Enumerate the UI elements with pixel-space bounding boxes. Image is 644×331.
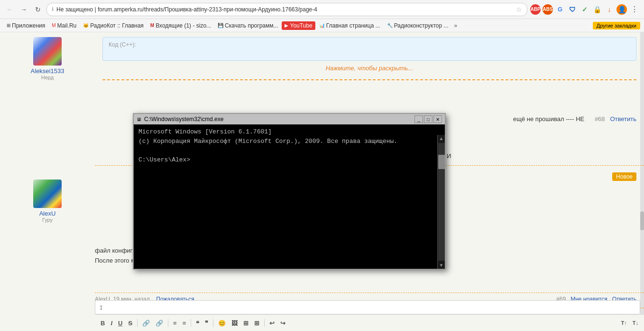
- cmd-icon: 🖥: [137, 117, 141, 122]
- toolbar-divider-4: [213, 319, 213, 327]
- browser-menu-button[interactable]: ⋮: [629, 4, 640, 15]
- bookmark-star-icon[interactable]: ☆: [516, 6, 522, 13]
- download-icon[interactable]: ↓: [604, 4, 615, 15]
- list1-button[interactable]: ≡: [171, 319, 179, 328]
- novo-badge: Новое: [612, 172, 636, 181]
- forum-page: Aleksei1533 Нерд AlexU Гуру Код (С++): Н…: [0, 32, 644, 331]
- other-bookmarks-button[interactable]: Другие закладки: [593, 22, 640, 29]
- toolbar-divider-2: [168, 319, 168, 327]
- toolbar-divider-5: [264, 319, 265, 327]
- emoji-button[interactable]: 😊: [216, 319, 228, 328]
- undo-button[interactable]: ↩: [267, 319, 276, 328]
- italic-button[interactable]: I: [109, 319, 114, 328]
- bookmarks-more-button[interactable]: »: [454, 22, 458, 29]
- code-block[interactable]: Код (С++):: [102, 37, 636, 61]
- reload-button[interactable]: ↻: [32, 4, 44, 15]
- page-content: Aleksei1533 Нерд AlexU Гуру Код (С++): Н…: [0, 32, 644, 331]
- kaspersky-icon[interactable]: 🛡: [567, 4, 578, 15]
- quote2-button[interactable]: ❞: [203, 319, 210, 328]
- toolbar-divider-3: [191, 319, 191, 327]
- user-icon[interactable]: 👤: [616, 4, 627, 15]
- gmail-icon: M: [150, 23, 154, 28]
- cmd-close-button[interactable]: ✕: [433, 115, 442, 123]
- cmd-line2: (c) Корпорация Майкрософт (Microsoft Cor…: [138, 137, 440, 146]
- mail-icon: M: [52, 23, 55, 28]
- reply-input-area[interactable]: ↕: [95, 300, 640, 314]
- cmd-line3: [138, 146, 440, 155]
- quote1-button[interactable]: ❝: [194, 319, 201, 328]
- main-content: Код (С++): Нажмите, чтобы раскрыть...: [95, 32, 644, 90]
- user1-avatar: [33, 37, 62, 66]
- cmd-titlebar[interactable]: 🖥 C:\Windows\system32\cmd.exe _ □ ✕: [134, 114, 445, 124]
- youtube-icon: ▶: [285, 23, 288, 28]
- dotted-separator-1: [102, 79, 636, 80]
- bold-button[interactable]: B: [99, 319, 107, 328]
- radiokot-icon: 🐱: [83, 23, 89, 28]
- nav-bar: ← → ↻ ℹ Не защищено | forum.amperka.ru/t…: [0, 0, 644, 19]
- adblock-plus-icon[interactable]: ABP: [530, 4, 541, 15]
- cmd-body: Microsoft Windows [Version 6.1.7601] (c)…: [134, 124, 445, 258]
- image-button[interactable]: 🖼: [230, 319, 239, 328]
- bookmark-youtube[interactable]: ▶ YouTube: [282, 21, 315, 30]
- address-text: Не защищено | forum.amperka.ru/threads/П…: [56, 6, 513, 13]
- cmd-maximize-button[interactable]: □: [424, 115, 432, 123]
- browser-chrome: ← → ↻ ℹ Не защищено | forum.amperka.ru/t…: [0, 0, 644, 32]
- check-icon[interactable]: ✓: [580, 4, 590, 15]
- back-button[interactable]: ←: [4, 4, 15, 15]
- user1-role: Нерд: [5, 75, 90, 80]
- cmd-scroll-down-arrow[interactable]: ▼: [438, 262, 445, 269]
- bookmark-radioconstructor[interactable]: 🔧 Радиоконструктор ...: [384, 21, 451, 30]
- cmd-line1: Microsoft Windows [Version 6.1.7601]: [138, 127, 440, 137]
- google-icon[interactable]: G: [555, 4, 565, 15]
- underline-button[interactable]: U: [116, 319, 124, 328]
- cmd-scroll-thumb[interactable]: [438, 155, 445, 169]
- adblock-icon[interactable]: ABS: [543, 4, 553, 15]
- user1-name[interactable]: Aleksei1533: [5, 67, 90, 75]
- table1-button[interactable]: ⊞: [241, 319, 250, 328]
- bookmark-main-page[interactable]: 📊 Главная страница ...: [316, 21, 383, 30]
- post68-num: #68: [595, 115, 605, 123]
- chart-icon: 📊: [319, 23, 325, 28]
- address-bar[interactable]: ℹ Не защищено | forum.amperka.ru/threads…: [46, 3, 527, 16]
- post68-reply[interactable]: Ответить: [610, 115, 636, 123]
- strikethrough-button[interactable]: S: [126, 319, 134, 328]
- user2-name[interactable]: AlexU: [5, 210, 90, 217]
- forward-button[interactable]: →: [18, 4, 29, 15]
- code-placeholder: Код (С++):: [109, 41, 136, 48]
- vpn-icon[interactable]: 🔒: [592, 4, 602, 15]
- scrollbar-thumb[interactable]: [640, 211, 644, 230]
- extension-icons: ABP ABS G 🛡 ✓ 🔒 ↓ 👤 ⋮: [530, 4, 640, 15]
- apps-icon: ⊞: [7, 23, 10, 28]
- bookmark-mailru[interactable]: M Mail.Ru: [49, 21, 79, 30]
- user1-sidebar: Aleksei1533 Нерд: [0, 32, 95, 85]
- cmd-scroll-track[interactable]: [438, 143, 445, 261]
- user2-role: Гуру: [5, 217, 90, 223]
- cursor-icon: ↕: [99, 303, 103, 312]
- cmd-window-controls: _ □ ✕: [414, 115, 442, 123]
- cmd-scroll-up-arrow[interactable]: ▲: [438, 135, 445, 142]
- font-size-up-button[interactable]: T↑: [619, 319, 629, 327]
- download-bm-icon: 💾: [218, 23, 223, 28]
- cmd-scrollbar[interactable]: ▲ ▼: [437, 135, 445, 269]
- link1-button[interactable]: 🔗: [140, 319, 152, 328]
- post68-text: ещё не прошивал ---- НЕ: [513, 115, 584, 123]
- bookmark-gmail[interactable]: M Входящие (1) - sizo...: [147, 21, 214, 30]
- cmd-minimize-button[interactable]: _: [414, 115, 423, 123]
- bookmark-apps[interactable]: ⊞ Приложения: [4, 21, 48, 30]
- user2-avatar: [33, 180, 62, 208]
- editor-toolbar: B I U S 🔗 🔗 ≡ ≡ ❝ ❞ 😊 🖼 ⊞ ⊞ ↩ ↪ T↑ T↓: [95, 314, 644, 331]
- bookmark-download[interactable]: 💾 Скачать программ...: [215, 21, 281, 30]
- bookmarks-bar: ⊞ Приложения M Mail.Ru 🐱 РадиоКот :: Гла…: [0, 19, 644, 32]
- click-to-expand[interactable]: Нажмите, чтобы раскрыть...: [102, 65, 636, 72]
- security-icon: ℹ: [52, 6, 54, 12]
- redo-button[interactable]: ↪: [278, 319, 287, 328]
- cmd-line4: C:\Users\Alex>: [138, 155, 440, 165]
- bookmark-radiokot[interactable]: 🐱 РадиоКот :: Главная: [80, 21, 147, 30]
- link2-button[interactable]: 🔗: [154, 319, 165, 328]
- font-size-down-button[interactable]: T↓: [631, 319, 640, 327]
- wrench-icon: 🔧: [387, 23, 393, 28]
- post68-area: ещё не прошивал ---- НЕ #68 Ответить: [513, 115, 636, 123]
- list2-button[interactable]: ≡: [181, 319, 188, 328]
- toolbar-divider-1: [137, 319, 138, 327]
- table2-button[interactable]: ⊞: [252, 319, 261, 328]
